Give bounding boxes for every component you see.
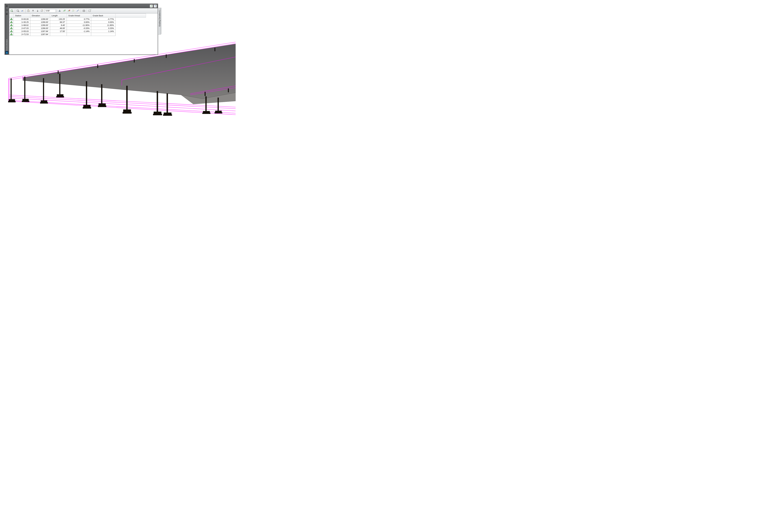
cell-grade_back[interactable]: -0.77% xyxy=(91,18,116,21)
insert-pi-icon[interactable] xyxy=(62,9,66,13)
svg-rect-44 xyxy=(97,65,98,68)
table-row[interactable]: 2+55.031267.84'17.50'-1.14%1.14% xyxy=(9,30,146,33)
toolbar xyxy=(9,8,158,13)
close-icon[interactable] xyxy=(6,5,8,7)
table-row[interactable]: 1+30.251269.00'68.37'0.00%0.00% xyxy=(9,21,146,24)
cell-grade_ahead[interactable]: -0.33% xyxy=(67,27,91,30)
cell-elevation[interactable]: 1268.00' xyxy=(30,18,50,21)
svg-rect-1 xyxy=(17,10,19,11)
svg-rect-24 xyxy=(83,107,91,108)
cell-elevation[interactable]: 1268.00' xyxy=(30,27,50,30)
svg-rect-13 xyxy=(24,77,25,99)
cell-length[interactable] xyxy=(50,33,67,36)
cell-grade_ahead[interactable]: -11.90% xyxy=(67,24,91,27)
options-icon[interactable] xyxy=(6,13,8,15)
svg-rect-0 xyxy=(11,10,13,12)
cell-grade_ahead[interactable]: -1.14% xyxy=(67,30,91,33)
cell-grade_back[interactable]: 0.00% xyxy=(91,21,116,24)
svg-rect-7 xyxy=(89,10,90,12)
col-grade-back[interactable]: Grade Back xyxy=(91,14,116,18)
delete-pi-icon[interactable] xyxy=(67,9,71,13)
svg-rect-34 xyxy=(167,93,168,113)
accept-button[interactable] xyxy=(150,5,153,8)
cell-station[interactable]: 0+00.00 xyxy=(14,18,30,21)
zoom-icon[interactable] xyxy=(16,9,20,13)
svg-rect-40 xyxy=(218,98,219,111)
lower-down-icon[interactable] xyxy=(35,9,39,13)
cell-length[interactable]: 17.50' xyxy=(50,30,67,33)
cell-grade_back[interactable]: 11.90% xyxy=(91,24,116,27)
panel-left-rail: PANORAMA xyxy=(5,4,9,55)
svg-rect-21 xyxy=(56,96,64,97)
post xyxy=(8,79,16,102)
cell-length[interactable]: 48.00' xyxy=(50,27,67,30)
svg-rect-4 xyxy=(41,10,42,12)
table-row[interactable]: 2+72.531267.64' xyxy=(9,33,146,36)
cell-station[interactable]: 2+55.03 xyxy=(14,30,30,33)
col-station[interactable]: Station xyxy=(14,14,30,18)
row-marker-icon xyxy=(9,27,14,30)
flatten-grade-icon[interactable] xyxy=(58,9,62,13)
post xyxy=(163,93,172,116)
set-increment-icon[interactable] xyxy=(40,9,44,13)
unselect-icon[interactable] xyxy=(88,9,92,13)
cell-elevation[interactable]: 1269.00' xyxy=(30,21,50,24)
row-marker-icon xyxy=(9,18,14,21)
cell-length[interactable]: 68.37' xyxy=(50,21,67,24)
side-tab-label: Grading Elevation E... xyxy=(158,9,161,27)
side-tab-grading-elevation[interactable]: Grading Elevation E... xyxy=(158,8,161,34)
elevation-grid[interactable]: Station Elevation Length Grade Ahead Gra… xyxy=(9,13,158,54)
cell-length[interactable]: 130.25' xyxy=(50,18,67,21)
svg-rect-22 xyxy=(86,81,87,106)
col-elevation[interactable]: Elevation xyxy=(30,14,50,18)
cell-station[interactable]: 1+30.25 xyxy=(14,21,30,24)
svg-rect-6 xyxy=(83,10,85,12)
app-icon[interactable] xyxy=(5,51,8,54)
cell-grade_ahead[interactable]: 0.77% xyxy=(67,18,91,21)
svg-rect-45 xyxy=(134,59,135,62)
svg-rect-49 xyxy=(228,89,229,92)
cell-grade_ahead[interactable]: 0.00% xyxy=(67,21,91,24)
elevations-from-surface-icon[interactable] xyxy=(71,9,75,13)
svg-rect-42 xyxy=(214,112,222,113)
raise-lower-icon[interactable] xyxy=(27,9,30,13)
panorama-panel: PANORAMA xyxy=(5,4,158,55)
svg-rect-47 xyxy=(214,48,215,51)
svg-rect-28 xyxy=(126,86,128,110)
table-row[interactable]: 2+07.031268.00'48.00'-0.33%0.33% xyxy=(9,27,146,30)
panorama-label: PANORAMA xyxy=(6,39,8,51)
increment-input[interactable] xyxy=(45,9,56,13)
col-grade-ahead[interactable]: Grade Ahead xyxy=(67,14,91,18)
svg-rect-18 xyxy=(40,102,48,103)
table-row[interactable]: 0+00.001268.00'130.25'0.77%-0.77% xyxy=(9,18,146,21)
cell-elevation[interactable]: 1267.64' xyxy=(30,33,50,36)
grade-between-icon[interactable] xyxy=(76,9,80,13)
cell-station[interactable]: 2+07.03 xyxy=(14,27,30,30)
cell-elevation[interactable]: 1269.00' xyxy=(30,24,50,27)
cell-grade_back[interactable]: 0.33% xyxy=(91,27,116,30)
cell-station[interactable]: 1+98.62 xyxy=(14,24,30,27)
show-grid-icon[interactable] xyxy=(82,9,86,13)
cell-length[interactable]: 8.40' xyxy=(50,24,67,27)
quick-profile-icon[interactable] xyxy=(21,9,25,13)
cell-elevation[interactable]: 1267.84' xyxy=(30,30,50,33)
table-header-row: Station Elevation Length Grade Ahead Gra… xyxy=(9,14,146,18)
col-trailing xyxy=(116,14,146,18)
svg-rect-43 xyxy=(58,71,58,74)
cell-station[interactable]: 2+72.53 xyxy=(14,33,30,36)
cell-grade_back[interactable] xyxy=(91,33,116,36)
cell-grade_back[interactable]: 1.14% xyxy=(91,30,116,33)
svg-rect-10 xyxy=(11,79,12,100)
col-length[interactable]: Length xyxy=(50,14,67,18)
pin-icon[interactable] xyxy=(6,9,8,11)
svg-rect-15 xyxy=(22,101,29,102)
svg-rect-39 xyxy=(203,113,210,114)
select-feature-icon[interactable] xyxy=(10,9,14,13)
row-marker-icon xyxy=(9,30,14,33)
help-button[interactable] xyxy=(154,5,157,8)
table-row[interactable]: 1+98.621269.00'8.40'-11.90%11.90% xyxy=(9,24,146,27)
row-marker-icon xyxy=(9,33,14,36)
cell-grade_ahead[interactable] xyxy=(67,33,91,36)
raise-up-icon[interactable] xyxy=(31,9,35,13)
svg-rect-36 xyxy=(163,114,172,116)
